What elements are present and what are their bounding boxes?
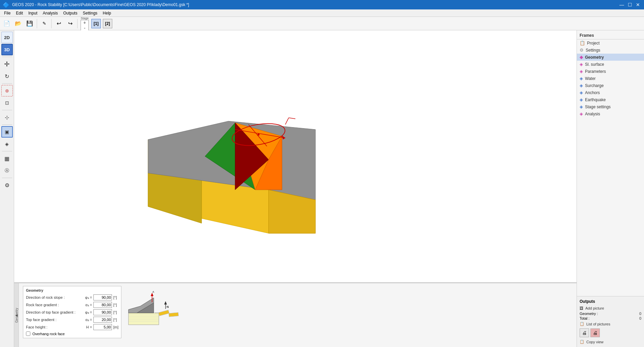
menu-item-outputs[interactable]: Outputs xyxy=(60,10,80,16)
outputs-panel: Outputs 🖼 Add picture Geometry : 0 Total… xyxy=(577,296,644,347)
geometry-diagram-svg: A N xyxy=(127,286,181,330)
frames-sl-surface-item[interactable]: ◈ Sl. surface xyxy=(577,61,644,68)
water-icon: ◈ xyxy=(580,76,583,81)
svg-rect-32 xyxy=(169,313,179,317)
H-unit: [m] xyxy=(113,325,118,329)
geometry-panel: Geometry Direction of rock slope : φ₁ = … xyxy=(19,283,577,347)
viewport-3d[interactable] xyxy=(14,30,577,283)
redo-button[interactable]: ↪ xyxy=(65,18,76,29)
rock-face-gradient-label: Rock face gradient : xyxy=(26,303,83,307)
total-output-value: 0 xyxy=(639,316,641,320)
close-button[interactable]: ✕ xyxy=(635,1,641,8)
maximize-button[interactable]: ☐ xyxy=(626,1,633,8)
menu-item-help[interactable]: Help xyxy=(100,10,114,16)
stage-add-button[interactable]: + - xyxy=(81,20,89,31)
print-button-2[interactable]: 🖨 xyxy=(590,328,600,337)
window-title: GEOS 2020 - Rock Stability [C:\Users\Pub… xyxy=(12,2,189,7)
total-output-label: Total : xyxy=(580,316,589,320)
copy-view-icon: 📋 xyxy=(580,340,584,344)
frames-project-item[interactable]: 📋 Project xyxy=(577,39,644,47)
table-button[interactable]: ▦ xyxy=(1,153,13,164)
new-button[interactable]: 📄 xyxy=(1,18,12,29)
phi2-input[interactable] xyxy=(93,309,112,315)
right-sidebar: Frames 📋 Project ⚙ Settings ◈ Geometry ◈… xyxy=(577,30,644,347)
add-picture-icon: 🖼 xyxy=(580,306,583,310)
top-face-gradient-row: Top face gradient : α₂ = [°] xyxy=(26,317,118,323)
left-toolbar-sep-4 xyxy=(2,124,12,125)
H-input[interactable] xyxy=(93,324,112,330)
frames-panel: Frames 📋 Project ⚙ Settings ◈ Geometry ◈… xyxy=(577,30,644,296)
H-symbol: H = xyxy=(83,325,93,329)
left-toolbar-sep-3 xyxy=(2,110,12,110)
list-pictures-icon: 📋 xyxy=(580,322,584,326)
zoom-region-button[interactable]: ⊕ xyxy=(1,85,13,96)
mode-2d-button[interactable]: 2D xyxy=(1,32,13,43)
frames-parameters-item[interactable]: ◈ Parameters xyxy=(577,68,644,75)
svg-point-12 xyxy=(258,134,260,136)
analysis-icon: ◈ xyxy=(580,111,583,116)
alpha1-symbol: α₁ = xyxy=(83,303,93,307)
menu-item-edit[interactable]: Edit xyxy=(13,10,26,16)
add-picture-button[interactable]: 🖼 Add picture xyxy=(577,305,644,311)
overhang-checkbox[interactable] xyxy=(26,331,30,336)
alpha1-unit: [°] xyxy=(113,303,117,307)
pan-button[interactable]: ✛ xyxy=(1,58,13,70)
phi1-input[interactable] xyxy=(93,294,112,300)
undo-button[interactable]: ↩ xyxy=(53,18,64,29)
view-wire-button[interactable]: ◈ xyxy=(1,138,13,150)
alpha2-input[interactable] xyxy=(93,317,112,323)
face-height-row: Face height : H = [m] xyxy=(26,324,118,330)
stage-2-button[interactable]: [2] xyxy=(103,19,112,28)
svg-rect-31 xyxy=(158,310,169,316)
frames-analysis-item[interactable]: ◈ Analysis xyxy=(577,110,644,117)
frames-settings-item[interactable]: ⚙ Settings xyxy=(577,47,644,54)
sl-surface-icon: ◈ xyxy=(580,62,583,67)
geometry-output-label: Geometry : xyxy=(580,312,598,316)
direction-top-face-row: Direction of top face gradient : φ₂ = [°… xyxy=(26,309,118,315)
node-button[interactable]: ⊹ xyxy=(1,112,13,123)
menu-item-analysis[interactable]: Analysis xyxy=(40,10,61,16)
select-button[interactable]: ⊡ xyxy=(1,97,13,109)
frames-surcharge-item[interactable]: ◈ Surcharge xyxy=(577,82,644,89)
overhang-row: Overhang rock face xyxy=(26,331,118,336)
toolbar-sep-3 xyxy=(77,19,78,28)
minimize-button[interactable]: — xyxy=(618,1,625,8)
phi1-symbol: φ₁ = xyxy=(83,295,93,300)
settings-gear-button[interactable]: ⚙ xyxy=(1,179,13,191)
menu-item-input[interactable]: Input xyxy=(26,10,40,16)
geometry-diagram: A N xyxy=(127,286,181,330)
left-toolbar-sep-2 xyxy=(2,83,12,84)
frames-geometry-item[interactable]: ◈ Geometry xyxy=(577,54,644,61)
menu-item-file[interactable]: File xyxy=(1,10,13,16)
menu-item-settings[interactable]: Settings xyxy=(80,10,100,16)
direction-rock-slope-label: Direction of rock slope : xyxy=(26,295,83,299)
list-pictures-button[interactable]: 📋 List of pictures xyxy=(577,321,644,327)
frames-anchors-item[interactable]: ◈ Anchors xyxy=(577,89,644,96)
bottom-actions: 🖨 🖨 xyxy=(577,327,644,339)
frames-stage-settings-item[interactable]: ◈ Stage settings xyxy=(577,103,644,110)
frames-water-item[interactable]: ◈ Water xyxy=(577,75,644,82)
bottom-panel: ◀ Geometry Direction of rock slope : φ₁ … xyxy=(14,283,577,347)
geometry-output-value: 0 xyxy=(639,312,641,316)
edit-button[interactable]: ✎ xyxy=(39,18,50,29)
main-layout: 2D 3D ✛ ↻ ⊕ ⊡ ⊹ ▣ ◈ ▦ Ⓐ ⚙ xyxy=(0,30,644,347)
rotate-button[interactable]: ↻ xyxy=(1,70,13,82)
print-button-1[interactable]: 🖨 xyxy=(580,328,589,337)
stage-1-button[interactable]: [1] xyxy=(91,19,101,28)
save-button[interactable]: 💾 xyxy=(24,18,35,29)
labels-button[interactable]: Ⓐ xyxy=(1,165,13,176)
menubar: FileEditInputAnalysisOutputsSettingsHelp xyxy=(0,9,644,17)
anchors-icon: ◈ xyxy=(580,90,583,95)
titlebar: 🔷 GEOS 2020 - Rock Stability [C:\Users\P… xyxy=(0,0,644,9)
content-area: ◀ Geometry Direction of rock slope : φ₁ … xyxy=(14,30,577,347)
collapse-button[interactable]: ◀ xyxy=(14,283,19,347)
phi2-unit: [°] xyxy=(113,310,117,314)
mode-3d-button[interactable]: 3D xyxy=(1,44,13,55)
view-3d-button[interactable]: ▣ xyxy=(1,126,13,138)
copy-view-button[interactable]: 📋 Copy view xyxy=(577,339,644,345)
alpha1-input[interactable] xyxy=(93,302,112,308)
open-button[interactable]: 📂 xyxy=(13,18,24,29)
alpha2-unit: [°] xyxy=(113,318,117,322)
frames-earthquake-item[interactable]: ◈ Earthquake xyxy=(577,96,644,103)
earthquake-icon: ◈ xyxy=(580,97,583,102)
